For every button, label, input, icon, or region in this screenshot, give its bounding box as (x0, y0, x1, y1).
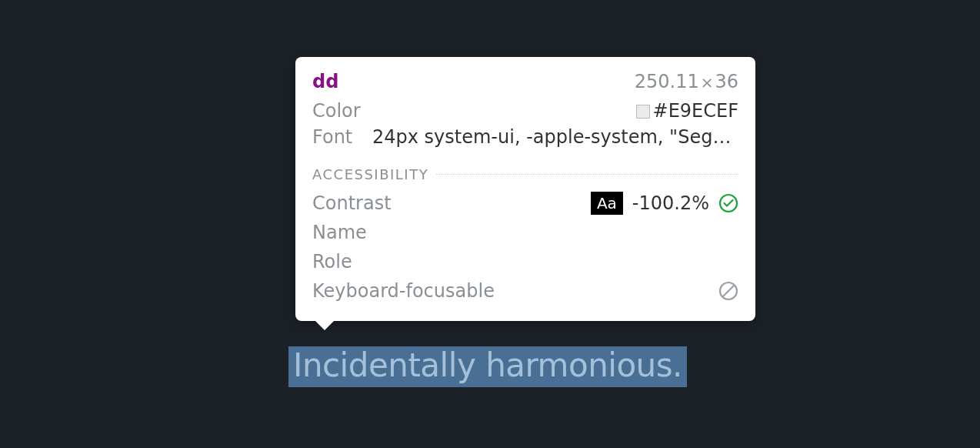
contrast-label: Contrast (312, 192, 392, 214)
keyboard-focusable-label: Keyboard-focusable (312, 280, 495, 302)
font-row: Font 24px system-ui, -apple-system, "Seg… (312, 126, 738, 148)
checkmark-circle-icon (718, 193, 738, 213)
dimension-height: 36 (715, 71, 738, 92)
element-tag-name: dd (312, 71, 338, 92)
role-row: Role (312, 250, 738, 273)
inspected-element-text: Incidentally harmonious. (293, 346, 682, 384)
color-label: Color (312, 100, 363, 122)
accessibility-label: ACCESSIBILITY (312, 166, 436, 182)
not-allowed-icon (718, 281, 738, 301)
dimension-width: 250.11 (635, 71, 699, 92)
tooltip-header: dd 250.11×36 (312, 71, 738, 92)
name-row: Name (312, 221, 738, 244)
section-divider (436, 174, 738, 175)
contrast-badge: Aa (591, 192, 623, 215)
contrast-value: -100.2% (632, 192, 709, 214)
role-label: Role (312, 251, 352, 272)
element-dimensions: 250.11×36 (635, 71, 738, 92)
svg-line-2 (722, 285, 735, 297)
font-value: 24px system-ui, -apple-system, "Segoe… (363, 126, 738, 148)
font-label: Font (312, 126, 363, 148)
element-inspector-tooltip: dd 250.11×36 Color #E9ECEF Font 24px sys… (295, 57, 755, 321)
keyboard-focusable-row: Keyboard-focusable (312, 279, 738, 303)
name-label: Name (312, 222, 367, 243)
color-row: Color #E9ECEF (312, 100, 738, 122)
color-swatch-icon (636, 105, 650, 119)
inspected-element-highlight: Incidentally harmonious. (288, 346, 687, 387)
dimension-separator: × (699, 73, 715, 92)
color-hex: #E9ECEF (653, 100, 738, 122)
color-value: #E9ECEF (363, 100, 738, 122)
accessibility-section-header: ACCESSIBILITY (312, 166, 738, 182)
contrast-row: Contrast Aa -100.2% (312, 192, 738, 215)
